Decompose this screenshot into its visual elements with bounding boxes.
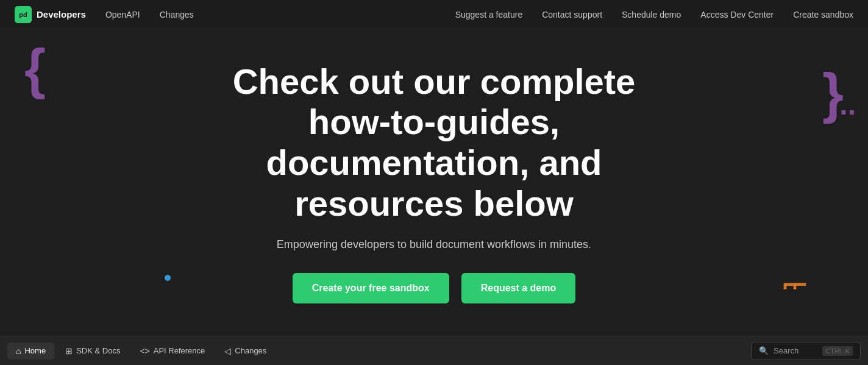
nav-openapi[interactable]: OpenAPI bbox=[105, 10, 140, 19]
search-box[interactable]: 🔍 Search CTRL-K bbox=[751, 342, 861, 360]
bottom-toolbar: ⌂ Home ⊞ SDK & Docs <> API Reference ◁ C… bbox=[0, 336, 868, 365]
logo-area[interactable]: pd Developers bbox=[15, 6, 86, 23]
sdk-docs-icon: ⊞ bbox=[65, 346, 73, 356]
hero-subtitle: Empowering developers to build document … bbox=[277, 238, 591, 251]
toolbar-api-label: API Reference bbox=[154, 346, 205, 355]
navbar-left: pd Developers OpenAPI Changes bbox=[15, 6, 194, 23]
deco-dots: .. bbox=[839, 96, 856, 114]
hero-section: { } .. ⌐¬ Check out our complete how-to-… bbox=[0, 29, 868, 336]
home-icon: ⌂ bbox=[16, 346, 21, 356]
search-shortcut: CTRL-K bbox=[822, 346, 853, 356]
api-icon: <> bbox=[140, 346, 149, 356]
toolbar-changes-label: Changes bbox=[235, 346, 266, 355]
nav-suggest-feature[interactable]: Suggest a feature bbox=[455, 10, 523, 19]
hero-buttons: Create your free sandbox Request a demo bbox=[293, 273, 576, 303]
create-sandbox-button[interactable]: Create your free sandbox bbox=[293, 273, 449, 303]
brand-name: Developers bbox=[37, 9, 86, 19]
hero-title: Check out our complete how-to-guides, do… bbox=[190, 62, 678, 224]
deco-bracket-bottom: ⌐¬ bbox=[783, 271, 807, 299]
toolbar-changes[interactable]: ◁ Changes bbox=[216, 342, 275, 360]
nav-changes[interactable]: Changes bbox=[160, 10, 194, 19]
toolbar-sdk-docs[interactable]: ⊞ SDK & Docs bbox=[57, 342, 129, 360]
deco-brace-left: { bbox=[24, 41, 46, 96]
nav-create-sandbox[interactable]: Create sandbox bbox=[793, 10, 853, 19]
toolbar-right: 🔍 Search CTRL-K bbox=[751, 342, 861, 360]
toolbar-sdk-label: SDK & Docs bbox=[76, 346, 120, 355]
toolbar-tabs: ⌂ Home ⊞ SDK & Docs <> API Reference ◁ C… bbox=[7, 342, 751, 360]
toolbar-home-label: Home bbox=[24, 346, 46, 355]
toolbar-home[interactable]: ⌂ Home bbox=[7, 342, 54, 360]
logo-icon: pd bbox=[15, 6, 32, 23]
navbar: pd Developers OpenAPI Changes Suggest a … bbox=[0, 0, 868, 29]
search-icon: 🔍 bbox=[759, 346, 769, 355]
search-label: Search bbox=[774, 346, 817, 355]
nav-contact-support[interactable]: Contact support bbox=[542, 10, 602, 19]
nav-access-dev-center[interactable]: Access Dev Center bbox=[700, 10, 774, 19]
deco-dot-blue bbox=[165, 275, 171, 281]
changes-icon: ◁ bbox=[224, 346, 231, 356]
toolbar-api-reference[interactable]: <> API Reference bbox=[131, 342, 213, 360]
request-demo-button[interactable]: Request a demo bbox=[461, 273, 576, 303]
nav-schedule-demo[interactable]: Schedule demo bbox=[622, 10, 681, 19]
navbar-right: Suggest a feature Contact support Schedu… bbox=[455, 10, 853, 19]
